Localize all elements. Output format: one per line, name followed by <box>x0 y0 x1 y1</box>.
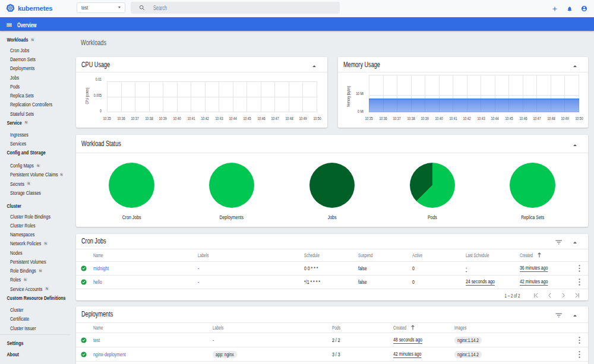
column-header[interactable]: Last Schedule <box>466 252 505 258</box>
sidebar-item[interactable]: Cluster Issuer <box>0 324 52 333</box>
sidebar-item[interactable]: Cluster <box>0 305 52 314</box>
sidebar-item[interactable]: Roles N <box>0 275 52 284</box>
sidebar-item-label: Pods <box>10 83 20 90</box>
row-menu-icon[interactable] <box>579 278 580 286</box>
pie-chart[interactable] <box>209 163 255 208</box>
card-header: Workload Status <box>76 135 588 153</box>
sidebar-item[interactable]: Secrets N <box>0 179 52 188</box>
row-menu-icon[interactable] <box>579 351 580 358</box>
sidebar-item[interactable]: Deployments <box>0 64 52 72</box>
sidebar-item[interactable]: Certificate <box>0 314 52 323</box>
sidebar-item[interactable]: Service Accounts N <box>0 284 52 293</box>
create-button[interactable] <box>547 0 562 17</box>
row-menu-icon[interactable] <box>579 265 580 272</box>
resource-link[interactable]: nginx-deployment <box>93 351 181 357</box>
sidebar-item[interactable]: Storage Classes <box>0 188 52 197</box>
namespaced-badge: N <box>24 121 29 125</box>
resource-link[interactable]: midnight <box>93 265 169 271</box>
column-header[interactable]: Pods <box>332 325 377 331</box>
resource-link[interactable]: test <box>93 337 181 343</box>
sidebar-section: Service N Ingresses Services <box>0 118 71 148</box>
sidebar-section-header[interactable]: Workloads N <box>0 35 52 44</box>
sidebar-footer-item[interactable]: About <box>0 350 52 359</box>
collapse-icon-wrap[interactable] <box>573 312 577 316</box>
notifications-button[interactable] <box>562 0 577 17</box>
namespace-select[interactable]: test <box>77 2 125 13</box>
table-header: Name Labels Pods Created Images <box>76 323 588 334</box>
sidebar-item[interactable]: Jobs <box>0 72 52 81</box>
sidebar-section-header[interactable]: Custom Resource Definitions <box>0 293 52 302</box>
column-header[interactable]: Suspend <box>358 252 397 258</box>
pie-chart[interactable] <box>510 163 555 208</box>
collapse-icon[interactable] <box>573 65 577 67</box>
x-tick-label: 10:42 <box>201 116 209 121</box>
status-ok-icon <box>81 352 87 357</box>
sidebar-item[interactable]: Replication Controllers <box>0 100 52 109</box>
search-input[interactable] <box>153 5 274 11</box>
table-row[interactable]: midnight - 0 0 * * * false 0 - 36 minute… <box>76 262 588 276</box>
cell-suspend: false <box>358 278 397 285</box>
sidebar-item[interactable]: Config Maps N <box>0 161 52 170</box>
next-page-icon[interactable] <box>557 290 570 302</box>
x-tick-label: 10:50 <box>313 116 321 121</box>
column-header[interactable]: Labels <box>198 252 276 258</box>
search-bar[interactable] <box>131 2 340 14</box>
sidebar-section-header[interactable]: Service N <box>0 118 52 127</box>
collapse-icon[interactable] <box>312 65 316 67</box>
x-tick-label: 10:40 <box>173 116 181 121</box>
gridline <box>107 81 317 82</box>
sidebar-item[interactable]: Persistent Volumes <box>0 257 52 266</box>
first-page-icon[interactable] <box>529 290 543 302</box>
x-tick-label: 10:41 <box>187 116 195 121</box>
account-button[interactable] <box>577 0 592 17</box>
column-header[interactable]: Name <box>93 325 181 331</box>
sidebar-item-label: Persistent Volume Claims <box>10 171 58 178</box>
pie-chart[interactable] <box>109 163 154 208</box>
pie-chart[interactable] <box>309 163 355 208</box>
sidebar-item[interactable]: Cluster Roles <box>0 221 52 230</box>
sidebar-item[interactable]: Role Bindings N <box>0 266 52 275</box>
sidebar-item[interactable]: Pods <box>0 82 52 91</box>
filter-icon[interactable] <box>555 313 563 318</box>
pie-chart[interactable] <box>410 163 456 208</box>
table-row[interactable]: test - 2 / 2 48 seconds ago nginx:1.14.2 <box>76 333 588 347</box>
sidebar-item[interactable]: Namespaces <box>0 230 52 239</box>
table-row[interactable]: nginx-deployment app: nginx 3 / 3 42 min… <box>76 347 588 362</box>
sidebar-item[interactable]: Services <box>0 139 52 148</box>
sidebar-item[interactable]: Nodes <box>0 248 52 257</box>
sidebar-item[interactable]: Cron Jobs <box>0 46 52 55</box>
column-header[interactable]: Images <box>454 325 539 331</box>
sidebar-item[interactable]: Replica Sets <box>0 91 52 100</box>
memory-area-series <box>369 99 579 112</box>
sidebar-item[interactable]: Cluster Role Bindings <box>0 211 52 220</box>
card-header-actions <box>555 311 577 318</box>
sidebar-item[interactable]: Daemon Sets <box>0 55 52 64</box>
collapse-icon-wrap[interactable] <box>573 239 577 243</box>
sidebar-item[interactable]: Ingresses <box>0 129 52 138</box>
top-app-bar: kubernetes test <box>0 0 594 17</box>
x-tick-label: 10:47 <box>533 116 541 121</box>
kubernetes-brand[interactable]: kubernetes <box>6 4 52 12</box>
cell-created: 48 seconds ago <box>393 337 422 344</box>
sidebar-footer-item[interactable]: Settings <box>0 338 52 347</box>
table-row[interactable]: hello - */1 * * * * false 0 24 seconds a… <box>76 276 588 289</box>
sidebar-item[interactable]: Network Policies N <box>0 239 52 248</box>
column-header[interactable]: Labels <box>213 325 300 331</box>
column-header[interactable]: Active <box>412 252 451 258</box>
sidebar-section-header[interactable]: Cluster <box>0 201 52 210</box>
collapse-icon[interactable] <box>573 144 577 146</box>
last-page-icon[interactable] <box>570 290 584 302</box>
menu-icon[interactable] <box>7 23 12 27</box>
sidebar-item[interactable]: Persistent Volume Claims N <box>0 170 52 179</box>
namespaced-badge: N <box>43 241 48 246</box>
filter-icon[interactable] <box>555 240 563 245</box>
column-header[interactable]: Name <box>93 252 169 258</box>
column-header[interactable]: Schedule <box>304 252 343 258</box>
row-menu-icon[interactable] <box>579 337 580 344</box>
sidebar-section-header[interactable]: Config and Storage <box>0 148 52 157</box>
resource-link[interactable]: hello <box>93 278 169 285</box>
column-header-sorted[interactable]: Created <box>520 252 570 258</box>
column-header-sorted[interactable]: Created <box>393 325 454 331</box>
prev-page-icon[interactable] <box>543 290 557 302</box>
sidebar-item[interactable]: Stateful Sets <box>0 109 52 118</box>
